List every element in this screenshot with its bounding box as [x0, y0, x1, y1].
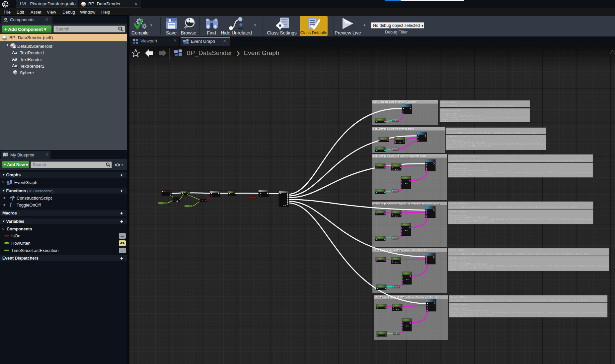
svg-text:Equivalent python code:: Equivalent python code: — [450, 257, 470, 259]
svg-text:Equivalent CURL code: (only te: Equivalent CURL code: (only tested) — [450, 155, 480, 157]
svg-text:Set Example 3 via SetProperty: Set Example 3 via SetProperty call with … — [373, 154, 426, 157]
svg-text:Set Example 1 via Pixotope Gat: Set Example 1 via Pixotope Gateway — [373, 100, 417, 103]
svg-text:http://localhost:16208/gateway: http://localhost:16208/gateway/2.0.0/pub… — [447, 132, 535, 134]
svg-text:Equivalent CURL code:: Equivalent CURL code: — [450, 249, 469, 251]
svg-text:http://localhost:16208/gateway: http://localhost:16208/gateway/2.0.0/pub… — [450, 253, 590, 255]
svg-text:url = "http://localhost:16208/: url = "http://localhost:16208/gateway/2.… — [451, 309, 489, 311]
svg-text:print(response.content): print(response.content) — [450, 269, 468, 271]
svg-text:>: > — [202, 200, 203, 202]
svg-text:Set Example 4 via Call Functio: Set Example 4 via Call Function call via… — [375, 296, 439, 299]
svg-text:Equivalent python code:: Equivalent python code: — [450, 210, 470, 212]
svg-text:+: + — [175, 199, 176, 201]
svg-text:Equivalent python code:: Equivalent python code: — [447, 136, 467, 138]
svg-text:http://localhost:16208/gateway: http://localhost:16208/gateway/2.0.0/pub… — [441, 105, 514, 107]
svg-text:Equivalent python code:: Equivalent python code: — [451, 303, 471, 305]
svg-text:Equivalent CURL code:: Equivalent CURL code: — [451, 296, 470, 298]
svg-text:http://localhost:16208/gateway: http://localhost:16208/gateway/2.0.0/pub… — [451, 300, 588, 302]
svg-text:Set Example 2 via the engine s: Set Example 2 via the engine state — [373, 127, 414, 130]
svg-text:print(response.content): print(response.content) — [450, 222, 468, 224]
svg-text:SET: SET — [184, 191, 187, 193]
svg-text:http://localhost:16208/gateway: http://localhost:16208/gateway/2.0.0/pub… — [450, 207, 579, 208]
svg-text:Equivalent python code:: Equivalent python code: — [441, 109, 461, 111]
svg-text:url = "http://localhost:16208/: url = "http://localhost:16208/gateway/2.… — [450, 263, 488, 265]
svg-text:SET: SET — [230, 191, 233, 193]
svg-text:print(response.content): print(response.content) — [450, 175, 468, 177]
svg-text:print(response.content): print(response.content) — [441, 120, 459, 122]
svg-text:Equivalent python code:: Equivalent python code: — [450, 163, 470, 165]
svg-text:url = "http://localhost:16208/: url = "http://localhost:16208/gateway/2.… — [450, 216, 488, 218]
svg-text:Equivalent CURL code:: Equivalent CURL code: — [450, 202, 469, 204]
svg-text:print(response.content): print(response.content) — [447, 147, 465, 149]
svg-text:Equivalent CURL code:: Equivalent CURL code: — [441, 101, 461, 103]
svg-text:Set Example 3 via SetProperty: Set Example 3 via SetProperty call in th… — [373, 202, 440, 205]
svg-text:print(response.content): print(response.content) — [451, 315, 469, 317]
svg-text:url = "http://localhost:16208/: url = "http://localhost:16208/gateway/2.… — [450, 169, 488, 171]
svg-text:Equivalent CURL code:: Equivalent CURL code: — [447, 128, 467, 130]
svg-text:http://localhost:16208/gateway: http://localhost:16208/gateway/2.0.0/pub… — [450, 160, 584, 161]
